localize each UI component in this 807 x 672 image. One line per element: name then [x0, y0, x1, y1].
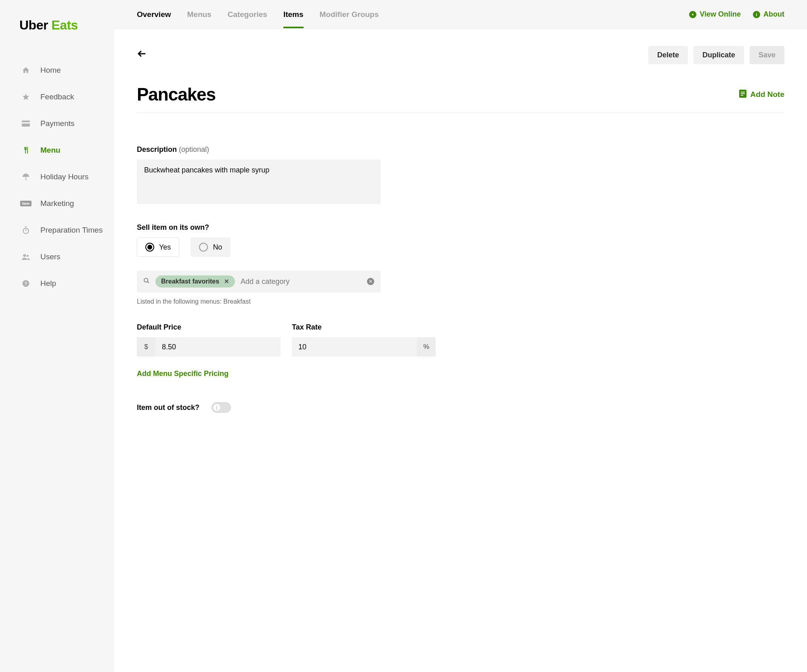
out-of-stock-toggle[interactable]: |	[212, 402, 231, 413]
logo-part1: Uber	[19, 18, 48, 32]
tab-categories[interactable]: Categories	[228, 1, 267, 28]
sidebar-label: Home	[40, 66, 61, 75]
tab-overview[interactable]: Overview	[137, 1, 171, 28]
tax-rate-label: Tax Rate	[292, 323, 436, 332]
delete-button[interactable]: Delete	[648, 46, 688, 64]
help-icon: ?	[20, 279, 31, 288]
svg-point-3	[23, 254, 26, 257]
sidebar-label: Holiday Hours	[40, 172, 88, 181]
sidebar-label: Payments	[40, 119, 74, 128]
back-arrow-icon[interactable]	[137, 49, 147, 61]
default-price-label: Default Price	[137, 323, 281, 332]
svg-rect-9	[741, 92, 745, 92]
sidebar-label: Preparation Times	[40, 226, 103, 235]
sidebar-item-preparation-times[interactable]: Preparation Times	[0, 217, 114, 244]
topbar: Overview Menus Categories Items Modifier…	[114, 0, 807, 29]
svg-point-12	[144, 278, 148, 282]
category-input[interactable]	[241, 277, 361, 286]
svg-point-7	[692, 14, 694, 15]
about-link[interactable]: i About	[753, 10, 784, 19]
eye-icon	[689, 11, 696, 18]
sidebar-label: Menu	[40, 146, 61, 155]
sell-own-label: Sell item on its own?	[137, 223, 784, 232]
default-price-input[interactable]	[155, 337, 281, 357]
tab-menus[interactable]: Menus	[187, 1, 212, 28]
category-selector[interactable]: Breakfast favorites ✕ ✕	[137, 271, 381, 292]
umbrella-icon	[20, 173, 31, 181]
sidebar-label: Users	[40, 252, 61, 261]
description-input[interactable]	[137, 160, 381, 204]
logo-part2: Eats	[51, 18, 78, 32]
clear-icon[interactable]: ✕	[367, 278, 374, 285]
users-icon	[20, 254, 31, 260]
sidebar-label: Help	[40, 279, 56, 288]
stopwatch-icon	[20, 226, 31, 234]
home-icon	[20, 66, 31, 74]
svg-rect-10	[741, 93, 745, 94]
sell-own-yes-radio[interactable]: Yes	[137, 237, 179, 257]
brand-logo: Uber Eats	[0, 18, 114, 57]
sell-own-no-radio[interactable]: No	[191, 237, 231, 257]
sidebar-item-marketing[interactable]: New Marketing	[0, 190, 114, 217]
sidebar-item-feedback[interactable]: Feedback	[0, 84, 114, 110]
sidebar-item-help[interactable]: ? Help	[0, 270, 114, 297]
save-button[interactable]: Save	[750, 46, 784, 64]
sidebar-item-holiday-hours[interactable]: Holiday Hours	[0, 164, 114, 190]
sidebar-item-menu[interactable]: Menu	[0, 137, 114, 164]
tab-modifier-groups[interactable]: Modifier Groups	[320, 1, 379, 28]
chip-remove-icon[interactable]: ✕	[224, 278, 229, 285]
tax-rate-input[interactable]	[292, 337, 417, 357]
svg-text:?: ?	[24, 281, 27, 286]
new-badge-icon: New	[20, 201, 31, 206]
info-icon: i	[753, 11, 760, 18]
item-title: Pancakes	[137, 84, 216, 105]
sidebar-label: Feedback	[40, 92, 74, 101]
tax-rate-input-group: %	[292, 337, 436, 357]
percent-suffix: %	[417, 337, 436, 357]
star-icon	[20, 93, 31, 101]
svg-point-4	[27, 255, 29, 257]
category-chip: Breakfast favorites ✕	[155, 275, 235, 288]
radio-filled-icon	[145, 243, 154, 252]
sidebar: Uber Eats Home Feedback Payments	[0, 0, 114, 672]
svg-rect-1	[22, 122, 30, 124]
sidebar-item-payments[interactable]: Payments	[0, 110, 114, 137]
sidebar-item-home[interactable]: Home	[0, 57, 114, 84]
radio-empty-icon	[199, 243, 208, 252]
sidebar-item-users[interactable]: Users	[0, 244, 114, 270]
toggle-knob-icon: |	[213, 403, 221, 412]
add-note-button[interactable]: Add Note	[739, 90, 784, 100]
note-icon	[739, 90, 746, 100]
menu-specific-pricing-link[interactable]: Add Menu Specific Pricing	[137, 370, 228, 378]
search-icon	[143, 277, 150, 286]
card-icon	[20, 120, 31, 127]
description-label: Description (optional)	[137, 145, 784, 154]
listed-menus-text: Listed in the following menus: Breakfast	[137, 298, 784, 305]
sidebar-label: Marketing	[40, 199, 74, 208]
currency-prefix: $	[137, 337, 155, 357]
duplicate-button[interactable]: Duplicate	[694, 46, 744, 64]
tab-items[interactable]: Items	[283, 1, 304, 28]
utensils-icon	[20, 146, 31, 154]
default-price-input-group: $	[137, 337, 281, 357]
out-of-stock-label: Item out of stock?	[137, 403, 199, 412]
svg-rect-11	[741, 95, 743, 96]
view-online-link[interactable]: View Online	[689, 10, 741, 19]
